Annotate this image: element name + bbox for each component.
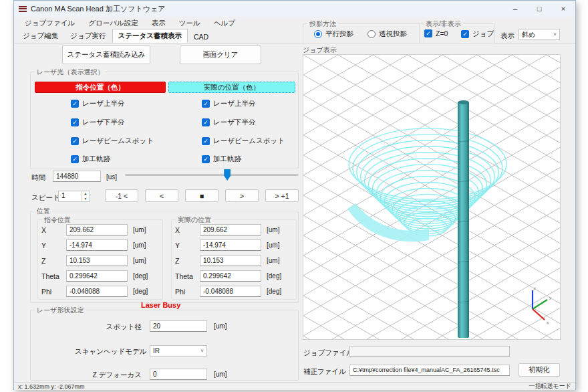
menu-global-settings[interactable]: グローバル設定 bbox=[82, 17, 144, 29]
laser-shape-group: レーザ形状設定 スポット径 20 [um] スキャンヘッドモデル IR ˅ Z … bbox=[30, 310, 299, 381]
z-defocus-unit: [um] bbox=[214, 371, 227, 378]
checkbox-cmd-laser-upper[interactable]: ✓ レーザ上半分 bbox=[71, 99, 125, 108]
slider-thumb[interactable] bbox=[224, 169, 231, 181]
actual-position-color-button[interactable]: 実際の位置（色） bbox=[168, 82, 295, 93]
tab-job-edit[interactable]: ジョブ編集 bbox=[17, 29, 64, 43]
close-icon[interactable]: × bbox=[551, 1, 575, 17]
step-back-button[interactable]: -1 < bbox=[105, 189, 138, 202]
checkbox-act-trajectory[interactable]: ✓ 加工軌跡 bbox=[202, 155, 241, 164]
time-input[interactable]: 144880 bbox=[53, 171, 101, 182]
spot-diameter-unit: [um] bbox=[214, 322, 227, 330]
stepper-down-icon[interactable]: ▼ bbox=[82, 197, 90, 202]
stop-button[interactable]: ■ bbox=[185, 189, 218, 202]
radio-selected-icon bbox=[314, 30, 322, 38]
window-controls: – □ × bbox=[503, 1, 575, 17]
act-theta-input[interactable]: 0.299642 bbox=[200, 270, 261, 282]
step-forward-button[interactable]: > +1 bbox=[265, 189, 299, 202]
visibility-group: 表示/非表示 ✓ Z=0 ✓ ジョブ bbox=[419, 23, 495, 43]
menu-tools[interactable]: ツール bbox=[172, 17, 207, 29]
act-x-input[interactable]: 209.662 bbox=[200, 224, 261, 235]
checkbox-checked-icon: ✓ bbox=[71, 137, 79, 145]
checkbox-job[interactable]: ✓ ジョブ bbox=[461, 29, 494, 39]
checkbox-act-beam-spot[interactable]: ✓ レーザビームスポット bbox=[202, 136, 285, 146]
speed-stepper[interactable]: 1 ▲ ▼ bbox=[58, 191, 90, 202]
cmd-phi-input[interactable]: -0.048088 bbox=[66, 286, 128, 297]
time-slider[interactable] bbox=[125, 169, 299, 181]
tab-cad[interactable]: CAD bbox=[188, 30, 214, 43]
row-unit: [um] bbox=[267, 226, 279, 233]
play-reverse-button[interactable]: < bbox=[145, 189, 178, 202]
checkbox-label: レーザ下半分 bbox=[82, 118, 125, 127]
menu-job-file[interactable]: ジョブファイル bbox=[18, 17, 82, 29]
spot-diameter-input[interactable]: 20 bbox=[150, 320, 207, 332]
row-unit: [um] bbox=[133, 241, 146, 249]
initialize-button[interactable]: 初期化 bbox=[519, 363, 560, 377]
status-bar: x: 1.632mm y: -2.067mm 一括転送モード bbox=[14, 382, 575, 390]
row-unit: [deg] bbox=[267, 288, 281, 295]
checkbox-label: レーザ上半分 bbox=[213, 99, 256, 108]
checkbox-checked-icon: ✓ bbox=[71, 100, 79, 108]
radio-perspective-projection[interactable]: 透視投影 bbox=[368, 29, 407, 39]
checkbox-label: 加工軌跡 bbox=[82, 155, 110, 164]
act-y-input[interactable]: -14.974 bbox=[200, 239, 261, 251]
correction-file-input[interactable]: C:¥tmp¥correction file¥4_manualAC_FA_261… bbox=[349, 365, 510, 376]
checkbox-z0[interactable]: ✓ Z=0 bbox=[424, 29, 448, 37]
scan-head-model-label: スキャンヘッドモデル bbox=[75, 347, 142, 357]
stepper-arrows: ▲ ▼ bbox=[81, 191, 90, 201]
row-label: Y bbox=[175, 241, 180, 250]
maximize-icon[interactable]: □ bbox=[527, 1, 551, 17]
correction-file-label: 補正ファイル： bbox=[303, 367, 353, 377]
screen-clear-button[interactable]: 画面クリア bbox=[180, 45, 261, 64]
status-read-button[interactable]: ステータス蓄積読み込み bbox=[62, 45, 150, 64]
laser-display-group-label: レーザ光（表示選択） bbox=[35, 68, 106, 77]
svg-text:y: y bbox=[549, 296, 551, 300]
row-label: Phi bbox=[41, 288, 51, 296]
row-label: Z bbox=[175, 257, 179, 265]
stepper-up-icon[interactable]: ▲ bbox=[82, 191, 90, 197]
checkbox-cmd-trajectory[interactable]: ✓ 加工軌跡 bbox=[71, 155, 110, 164]
app-icon bbox=[19, 6, 27, 12]
checkbox-cmd-beam-spot[interactable]: ✓ レーザビームスポット bbox=[71, 136, 154, 146]
checkbox-checked-icon: ✓ bbox=[424, 29, 432, 37]
view-select-dropdown[interactable]: 斜め ˅ bbox=[519, 29, 560, 40]
play-forward-button[interactable]: > bbox=[225, 189, 259, 202]
radio-label: 透視投影 bbox=[379, 29, 407, 39]
checkbox-cmd-laser-lower[interactable]: ✓ レーザ下半分 bbox=[71, 118, 125, 127]
row-label: Z bbox=[41, 257, 45, 265]
job-file-input[interactable] bbox=[349, 346, 510, 357]
radio-parallel-projection[interactable]: 平行投影 bbox=[314, 29, 353, 39]
checkbox-label: レーザビームスポット bbox=[213, 136, 285, 146]
row-unit: [um] bbox=[133, 226, 146, 233]
command-position-group: 指令位置 X 209.662 [um] Y -14.974 [um] Z 10.… bbox=[37, 219, 163, 300]
cmd-y-input[interactable]: -14.974 bbox=[66, 239, 128, 251]
laser-display-group: レーザ光（表示選択） 指令位置（色） 実際の位置（色） ✓ レーザ上半分 ✓ レ… bbox=[30, 72, 299, 169]
checkbox-act-laser-lower[interactable]: ✓ レーザ下半分 bbox=[202, 118, 256, 127]
minimize-icon[interactable]: – bbox=[503, 1, 527, 17]
checkbox-checked-icon: ✓ bbox=[461, 30, 469, 38]
z-defocus-input[interactable]: 0 bbox=[150, 369, 207, 380]
checkbox-checked-icon: ✓ bbox=[202, 155, 210, 163]
cmd-theta-input[interactable]: 0.299642 bbox=[66, 270, 128, 282]
job-3d-viewport[interactable]: zyx bbox=[303, 54, 561, 340]
tab-job-run[interactable]: ジョブ実行 bbox=[64, 29, 112, 43]
act-z-input[interactable]: 10.153 bbox=[200, 255, 261, 266]
z-defocus-label: Z デフォーカス bbox=[92, 371, 142, 380]
row-unit: [deg] bbox=[267, 272, 281, 280]
checkbox-checked-icon: ✓ bbox=[202, 118, 210, 126]
act-phi-input[interactable]: -0.048088 bbox=[200, 286, 261, 297]
row-unit: [um] bbox=[267, 241, 279, 249]
view-select-value: 斜め bbox=[522, 30, 535, 39]
cmd-z-input[interactable]: 10.153 bbox=[66, 255, 128, 266]
speed-value: 1 bbox=[59, 191, 81, 201]
menu-help[interactable]: ヘルプ bbox=[207, 17, 242, 29]
tab-status-view[interactable]: ステータス蓄積表示 bbox=[112, 29, 188, 43]
position-group-label: 位置 bbox=[35, 207, 52, 216]
scan-head-model-select[interactable]: IR ˅ bbox=[150, 345, 207, 357]
checkbox-checked-icon: ✓ bbox=[71, 118, 79, 126]
menu-view[interactable]: 表示 bbox=[145, 17, 172, 29]
row-label: Theta bbox=[175, 272, 193, 280]
view-select-label: 表示 bbox=[500, 31, 514, 41]
checkbox-act-laser-upper[interactable]: ✓ レーザ上半分 bbox=[202, 99, 256, 108]
cmd-x-input[interactable]: 209.662 bbox=[66, 224, 128, 235]
command-position-color-button[interactable]: 指令位置（色） bbox=[35, 82, 166, 93]
